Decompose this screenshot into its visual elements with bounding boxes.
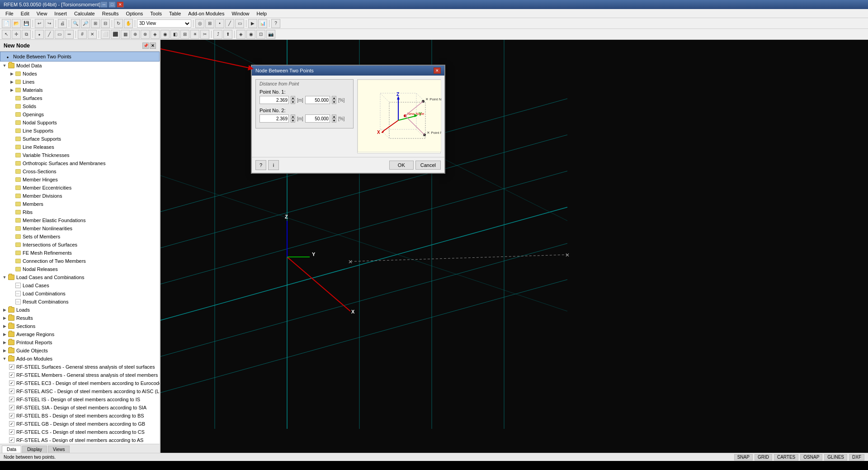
tree-results[interactable]: ▶ Results — [0, 314, 160, 322]
rfsteel-as-checkbox[interactable]: ✓ — [9, 437, 14, 443]
tree-solids[interactable]: Solids — [0, 102, 160, 110]
bg3-btn[interactable]: ▦ — [121, 30, 130, 39]
bg2-btn[interactable]: ⬛ — [111, 30, 120, 39]
tree-openings[interactable]: Openings — [0, 110, 160, 119]
dialog-info-icon-button[interactable]: i — [268, 160, 279, 170]
filter3-btn[interactable]: ⊡ — [256, 30, 265, 39]
node-btn[interactable]: • — [215, 19, 224, 28]
minimize-button[interactable]: ─ — [100, 1, 108, 8]
tree-rfsteel-as[interactable]: ✓ RF-STEEL AS - Design of steel members … — [0, 436, 160, 444]
rotate-btn[interactable]: ↻ — [114, 19, 123, 28]
tree-line-supports[interactable]: Line Supports — [0, 127, 160, 135]
tree-rfsteel-aisc[interactable]: ✓ RF-STEEL AISC - Design of steel member… — [0, 387, 160, 395]
filter1-btn[interactable]: ◈ — [236, 30, 245, 39]
insert-line-btn[interactable]: ╱ — [45, 30, 54, 39]
point1-distance-up[interactable]: ▲ — [291, 96, 295, 100]
tree-sets-of-members[interactable]: Sets of Members — [0, 233, 160, 241]
grid-btn[interactable]: ⊞ — [205, 19, 214, 28]
tree-rfsteel-bs[interactable]: ✓ RF-STEEL BS - Design of steel members … — [0, 412, 160, 420]
tree-cross-sections[interactable]: Cross-Sections — [0, 167, 160, 176]
bg1-btn[interactable]: ⬜ — [101, 30, 110, 39]
tree-variable-thicknesses[interactable]: Variable Thicknesses — [0, 151, 160, 159]
point1-percent-up[interactable]: ▲ — [332, 96, 336, 100]
tree-line-releases[interactable]: Line Releases — [0, 143, 160, 151]
menu-tools[interactable]: Tools — [146, 10, 165, 17]
insert-member-btn[interactable]: ═ — [65, 30, 74, 39]
osnap-chip[interactable]: OSNAP — [800, 454, 822, 461]
redo-btn[interactable]: ↪ — [45, 19, 54, 28]
rfsteel-gb-checkbox[interactable]: ✓ — [9, 421, 14, 427]
tree-member-eccentricities[interactable]: Member Eccentricities — [0, 184, 160, 192]
tree-nodes[interactable]: ▶ Nodes — [0, 70, 160, 78]
zoom-out-btn[interactable]: 🔎 — [81, 19, 90, 28]
tree-guide-objects[interactable]: ▶ Guide Objects — [0, 347, 160, 355]
tree-loads[interactable]: ▶ Loads — [0, 306, 160, 314]
tree-rfsteel-cs[interactable]: ✓ RF-STEEL CS - Design of steel members … — [0, 428, 160, 436]
point1-distance-input[interactable] — [259, 96, 289, 104]
pan-btn[interactable]: ✋ — [124, 19, 133, 28]
rfsteel-is-checkbox[interactable]: ✓ — [9, 397, 14, 402]
filter2-btn[interactable]: ◉ — [246, 30, 255, 39]
menu-view[interactable]: View — [33, 10, 51, 17]
tree-sections[interactable]: ▶ Sections — [0, 322, 160, 330]
point2-distance-up[interactable]: ▲ — [291, 114, 295, 119]
bg4-btn[interactable]: ⊕ — [131, 30, 140, 39]
undo-btn[interactable]: ↩ — [35, 19, 44, 28]
tree-ribs[interactable]: Ribs — [0, 208, 160, 216]
tree-load-combinations[interactable]: Load Combinations — [0, 290, 160, 298]
new-btn[interactable]: 📄 — [2, 19, 11, 28]
menu-window[interactable]: Window — [228, 10, 253, 17]
tree-surface-supports[interactable]: Surface Supports — [0, 135, 160, 143]
point2-percent-up[interactable]: ▲ — [332, 114, 336, 119]
point1-percent-down[interactable]: ▼ — [332, 100, 336, 104]
tree-result-combinations[interactable]: Result Combinations — [0, 298, 160, 306]
tree-nodal-releases[interactable]: Nodal Releases — [0, 265, 160, 273]
zoom-in-btn[interactable]: 🔍 — [71, 19, 80, 28]
view-combo[interactable]: 3D View Top View Front View Side View — [137, 19, 191, 28]
point2-distance-down[interactable]: ▼ — [291, 119, 295, 123]
tree-rfsteel-gb[interactable]: ✓ RF-STEEL GB - Design of steel members … — [0, 420, 160, 428]
tree-load-cases[interactable]: Load Cases — [0, 281, 160, 290]
node-between-points-dialog[interactable]: Node Between Two Points ✕ Distance from … — [251, 65, 445, 174]
render1-btn[interactable]: ◈ — [151, 30, 160, 39]
tree-materials[interactable]: ▶ Materials — [0, 86, 160, 94]
rfsteel-sia-checkbox[interactable]: ✓ — [9, 405, 14, 410]
menu-results[interactable]: Results — [99, 10, 123, 17]
menu-insert[interactable]: Insert — [51, 10, 71, 17]
point2-percent-input[interactable] — [305, 114, 330, 123]
menu-help[interactable]: Help — [253, 10, 271, 17]
menu-table[interactable]: Table — [165, 10, 184, 17]
tree-rfsteel-members[interactable]: ✓ RF-STEEL Members - General stress anal… — [0, 371, 160, 379]
line-btn[interactable]: ╱ — [225, 19, 234, 28]
bg5-btn[interactable]: ⊗ — [141, 30, 150, 39]
tree-orthotropic-surfaces[interactable]: Orthotropic Surfaces and Membranes — [0, 159, 160, 167]
tree-connection-two-members[interactable]: Connection of Two Members — [0, 257, 160, 265]
tree-model-data[interactable]: ▼ Model Data — [0, 62, 160, 70]
renumber-btn[interactable]: # — [78, 30, 87, 39]
load-type-btn[interactable]: ⤴ — [213, 30, 222, 39]
panel-pin-button[interactable]: 📌 — [142, 43, 149, 49]
surface-btn[interactable]: ▭ — [235, 19, 244, 28]
tree-rfsteel-ec3[interactable]: ✓ RF-STEEL EC3 - Design of steel members… — [0, 379, 160, 387]
tree-rfsteel-is[interactable]: ✓ RF-STEEL IS - Design of steel members … — [0, 395, 160, 404]
tree-average-regions[interactable]: ▶ Average Regions — [0, 330, 160, 338]
zoom-fit-btn[interactable]: ⊟ — [101, 19, 110, 28]
menu-file[interactable]: File — [2, 10, 17, 17]
menu-calculate[interactable]: Calculate — [71, 10, 99, 17]
tree-surfaces[interactable]: Surfaces — [0, 94, 160, 102]
dialog-help-icon-button[interactable]: ? — [255, 160, 266, 170]
print-btn[interactable]: 🖨 — [58, 19, 67, 28]
tree-member-elastic-foundations[interactable]: Member Elastic Foundations — [0, 216, 160, 224]
menu-edit[interactable]: Edit — [17, 10, 33, 17]
tab-display[interactable]: Display — [22, 446, 47, 453]
tree-intersections-of-surfaces[interactable]: Intersections of Surfaces — [0, 241, 160, 249]
menu-options[interactable]: Options — [122, 10, 146, 17]
point2-percent-down[interactable]: ▼ — [332, 119, 336, 123]
lighting-btn[interactable]: ☀ — [190, 30, 199, 39]
model-tree[interactable]: ▼ Model Data ▶ Nodes ▶ Lines ▶ Materials — [0, 62, 160, 444]
glines-chip[interactable]: GLINES — [824, 454, 847, 461]
tree-member-hinges[interactable]: Member Hinges — [0, 176, 160, 184]
tree-lines[interactable]: ▶ Lines — [0, 78, 160, 86]
open-btn[interactable]: 📂 — [12, 19, 21, 28]
tree-member-divisions[interactable]: Member Divisions — [0, 192, 160, 200]
